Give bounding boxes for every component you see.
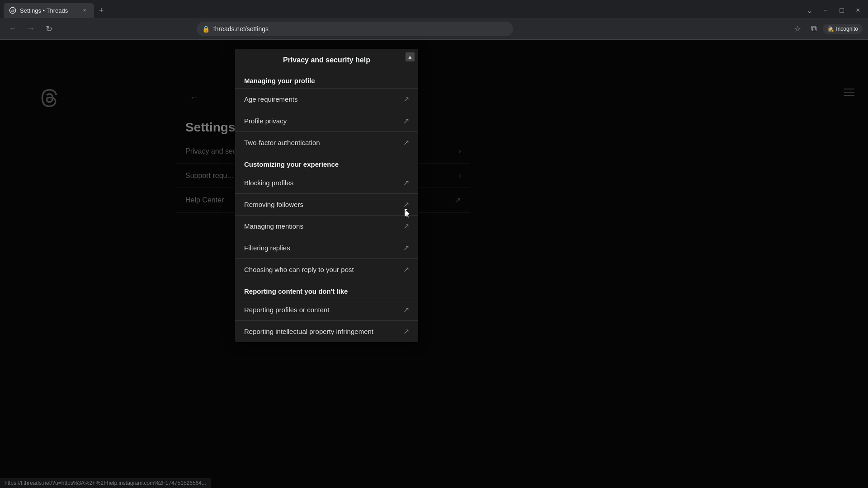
help-panel-header: Privacy and security help ▲ (235, 49, 418, 70)
profile-privacy-item[interactable]: Profile privacy ↗ (235, 110, 418, 131)
reporting-profiles-item[interactable]: Reporting profiles or content ↗ (235, 299, 418, 320)
removing-followers-label: Removing followers (244, 201, 303, 208)
incognito-icon: 🕵 (827, 26, 834, 32)
removing-followers-item[interactable]: Removing followers ↗ (235, 193, 418, 215)
tab-bar: @ Settings • Threads × + ⌄ − □ × (0, 0, 868, 18)
minimize-button[interactable]: − (819, 4, 832, 17)
close-window-button[interactable]: × (852, 4, 864, 17)
choosing-reply-item[interactable]: Choosing who can reply to your post ↗ (235, 258, 418, 280)
tab-view-button[interactable]: ⧉ (807, 22, 821, 36)
external-link-icon: ↗ (403, 327, 409, 336)
incognito-badge: 🕵 Incognito (823, 24, 863, 34)
external-link-icon: ↗ (403, 117, 409, 125)
help-panel-title: Privacy and security help (244, 56, 409, 64)
tab-title: Settings • Threads (20, 7, 77, 14)
nav-bar: ← → ↻ 🔒 threads.net/settings ☆ ⧉ 🕵 Incog… (0, 18, 868, 40)
nav-right: ☆ ⧉ 🕵 Incognito (790, 22, 863, 36)
external-link-icon: ↗ (403, 138, 409, 147)
external-link-icon: ↗ (403, 178, 409, 187)
reporting-ip-label: Reporting intellectual property infringe… (244, 328, 373, 335)
browser-chrome: @ Settings • Threads × + ⌄ − □ × ← → ↻ 🔒… (0, 0, 868, 40)
tab-favicon: @ (9, 7, 16, 14)
profile-privacy-label: Profile privacy (244, 117, 287, 125)
svg-text:@: @ (11, 9, 14, 13)
help-panel: Privacy and security help ▲ Managing you… (235, 49, 418, 342)
two-factor-auth-label: Two-factor authentication (244, 139, 320, 146)
reporting-ip-item[interactable]: Reporting intellectual property infringe… (235, 320, 418, 342)
external-link-icon: ↗ (403, 244, 409, 252)
external-link-icon: ↗ (403, 222, 409, 230)
tab-close-button[interactable]: × (80, 6, 89, 14)
bookmark-button[interactable]: ☆ (790, 22, 805, 36)
blocking-profiles-label: Blocking profiles (244, 179, 293, 187)
reporting-profiles-label: Reporting profiles or content (244, 306, 329, 314)
incognito-label: Incognito (836, 26, 858, 32)
filtering-replies-item[interactable]: Filtering replies ↗ (235, 237, 418, 258)
blocking-profiles-item[interactable]: Blocking profiles ↗ (235, 172, 418, 193)
age-requirements-item[interactable]: Age requirements ↗ (235, 88, 418, 110)
managing-profile-heading: Managing your profile (235, 70, 418, 88)
scroll-up-button[interactable]: ▲ (406, 52, 415, 61)
tab-controls: ⌄ − □ × (803, 4, 864, 17)
lock-icon: 🔒 (202, 25, 210, 33)
address-bar[interactable]: 🔒 threads.net/settings (197, 22, 513, 36)
managing-mentions-item[interactable]: Managing mentions ↗ (235, 215, 418, 237)
external-link-icon: ↗ (403, 305, 409, 314)
new-tab-button[interactable]: + (95, 4, 108, 17)
help-panel-content[interactable]: Managing your profile Age requirements ↗… (235, 70, 418, 342)
external-link-icon: ↗ (403, 265, 409, 274)
choosing-reply-label: Choosing who can reply to your post (244, 266, 354, 273)
external-link-icon: ↗ (403, 95, 409, 103)
back-button[interactable]: ← (5, 22, 20, 36)
tab-list-button[interactable]: ⌄ (803, 4, 816, 17)
forward-button[interactable]: → (24, 22, 38, 36)
managing-mentions-label: Managing mentions (244, 222, 303, 230)
reporting-content-heading: Reporting content you don't like (235, 280, 418, 299)
filtering-replies-label: Filtering replies (244, 244, 290, 252)
external-link-icon: ↗ (403, 200, 409, 209)
reload-button[interactable]: ↻ (42, 22, 56, 36)
maximize-button[interactable]: □ (835, 4, 848, 17)
customizing-experience-heading: Customizing your experience (235, 153, 418, 172)
modal-overlay (0, 40, 868, 488)
url-text: threads.net/settings (213, 25, 508, 33)
age-requirements-label: Age requirements (244, 95, 297, 103)
active-tab[interactable]: @ Settings • Threads × (4, 3, 94, 18)
two-factor-auth-item[interactable]: Two-factor authentication ↗ (235, 131, 418, 153)
